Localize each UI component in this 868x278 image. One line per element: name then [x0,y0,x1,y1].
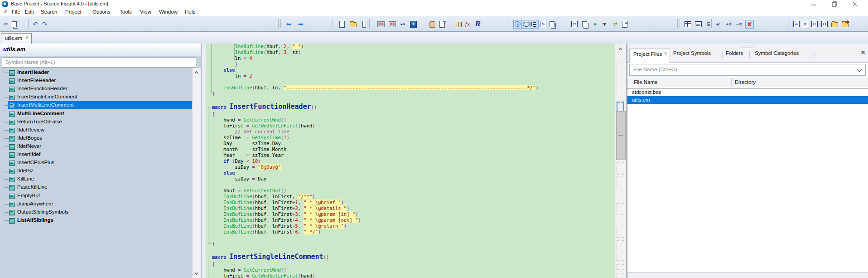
symbol-item-MultiLineComment[interactable]: MultiLineComment [0,110,192,118]
browse-hand-icon[interactable] [429,20,436,28]
symbol-item-KillLine[interactable]: KillLine [0,175,192,183]
column-divider[interactable] [731,78,732,87]
dialog-help-icon[interactable]: !? [571,20,579,28]
code-line: else [212,170,539,176]
folder-new-icon[interactable]: ✱ [841,20,849,28]
menu-options[interactable]: Options [92,9,111,15]
editor-scrollbar[interactable] [615,44,627,278]
profile-p-icon[interactable]: Ⓟ [513,20,522,29]
symbol-item-InsertMultiLineComment[interactable]: InsertMultiLineComment [0,101,192,109]
globe-doc-icon[interactable]: ● [591,20,599,28]
sync-left-icon[interactable]: ◄► [377,20,385,28]
menu-window[interactable]: Window [159,9,178,15]
tab-utils-em[interactable]: utils.em ✕ [1,33,32,44]
delete-x-icon[interactable]: ✘ [745,20,754,29]
symbol-item-JumpAnywhere[interactable]: JumpAnywhere [0,200,192,208]
chevron-down-icon[interactable] [857,67,862,72]
tab-project-symbols[interactable]: Project Symbols [673,50,711,56]
add-lines-icon[interactable]: +≡ [725,20,733,28]
symbol-s-icon[interactable]: S [540,20,547,28]
symbol-item-InsertCPlusPlus[interactable]: InsertCPlusPlus [0,159,192,167]
compare-doc-icon[interactable]: ≋ [621,20,628,28]
hawk-icon[interactable]: ➤ [599,19,610,29]
context-help-icon[interactable]: ? [438,20,446,28]
style-a-icon[interactable]: A [793,20,800,28]
symbol-item-ReturnTrueOrFalse[interactable]: ReturnTrueOrFalse [0,118,192,126]
symbol-item-IfdefSz[interactable]: IfdefSz [0,167,192,175]
folder-small-icon[interactable] [831,20,839,28]
menu-view[interactable]: View [140,9,151,15]
relation-r-icon[interactable]: R [473,20,481,28]
symbol-item-InsertFileHeader[interactable]: InsertFileHeader [0,77,192,85]
play-macro-icon[interactable]: ▸≡ [399,20,407,28]
restore-button[interactable] [829,0,839,8]
code-line: InsBufLine(hbuf, 2, " ") [212,44,539,49]
symbol-item-InsertFunctionHeader[interactable]: InsertFunctionHeader [0,85,192,93]
outline-view-icon[interactable]: Ε [705,20,713,28]
symbol-label: OutputSiblingSymbols [17,209,68,215]
grid-view-icon[interactable] [684,20,692,28]
menu-search[interactable]: Search [41,9,57,15]
menu-project[interactable]: Project [65,9,82,15]
menu-tools[interactable]: Tools [120,9,132,15]
symbol-item-InsertIfdef[interactable]: InsertIfdef [0,151,192,159]
style-c-icon[interactable]: C [811,20,819,28]
scrollbar-thumb[interactable] [616,111,626,160]
paste-icon[interactable] [20,20,28,28]
tab-folders[interactable]: Folders [726,50,743,56]
style-d-icon[interactable]: D [821,20,829,28]
sync-right-icon[interactable]: ◄► [388,20,396,28]
symbol-item-EmptyBuf[interactable]: EmptyBuf [0,192,192,200]
symbol-item-PasteKillLine[interactable]: PasteKillLine [0,183,192,191]
close-button[interactable] [850,0,860,8]
menu-edit[interactable]: Edit [25,9,34,15]
tab-project-files[interactable]: Project Files ✕ [629,49,670,63]
minimize-button[interactable] [809,0,819,8]
file-search-input[interactable]: File Name (Ctrl+O) [629,64,866,76]
panel-grip[interactable] [740,45,754,48]
code-editor[interactable]: InsBufLine(hbuf, 2, " ") InsBufLine(hbuf… [206,44,615,278]
column-file-name[interactable]: File Name [634,79,657,85]
new-file-icon[interactable]: + [338,20,346,28]
style-b-icon[interactable]: B [801,20,809,28]
tab-close-icon[interactable]: ✕ [25,35,29,40]
symbol-item-InsertSingleLineComment[interactable]: InsertSingleLineComment [0,93,192,101]
cut-icon[interactable]: ✂ [2,20,10,28]
window-pair-icon[interactable] [549,20,556,28]
copy-icon[interactable] [11,20,19,28]
file-row-utils.em[interactable]: utils.em [627,96,868,104]
cascade-windows-icon[interactable] [581,20,589,28]
save-file-icon[interactable] [360,20,368,28]
symbol-list-scrollbar[interactable] [192,68,201,278]
symbol-item-IfdefReview[interactable]: IfdefReview [0,126,192,134]
menu-file[interactable]: File [12,9,20,15]
column-directory[interactable]: Directory [735,79,756,85]
go-forward-icon[interactable]: ➡ [297,20,304,28]
call-tree-icon[interactable] [530,20,539,29]
symbol-search-input[interactable]: Symbol Name (Alt+L) [2,57,196,68]
tab-symbol-categories[interactable]: Symbol Categories [755,50,799,56]
open-file-icon[interactable] [349,20,357,28]
symbol-item-OutputSiblingSymbols[interactable]: OutputSiblingSymbols [0,208,192,216]
symbol-item-ListAllSiblings[interactable]: ListAllSiblings [0,216,192,224]
remove-lines-icon[interactable]: −≡ [735,20,743,28]
add-slash-icon[interactable]: +⁄ [714,20,722,28]
favorites-icon[interactable]: ★ [410,20,417,28]
tab-close-icon[interactable]: ✕ [664,51,667,56]
swap-arrows-icon[interactable]: ⇄ [612,20,619,28]
panel-close-icon[interactable]: ✕ [861,49,865,56]
symbol-item-IfdefNever[interactable]: IfdefNever [0,142,192,151]
go-back-icon[interactable]: ⬅ [285,20,293,28]
function-up-icon[interactable]: ƒx [463,20,471,28]
references-book-icon[interactable] [454,20,462,28]
code-line: hwnd = GetCurrentWnd() [212,117,539,123]
symbol-item-IfdefBogus[interactable]: IfdefBogus [0,134,192,142]
list-view-icon[interactable] [694,20,702,28]
lasso-select-icon[interactable] [522,20,530,29]
file-row-stdconst.bas[interactable]: stdconst.bas [627,88,868,96]
menu-help[interactable]: Help [185,9,196,15]
undo-icon[interactable]: ↶ [32,20,39,28]
symbol-item-InsertHeader[interactable]: InsertHeader [0,68,192,77]
redo-icon[interactable]: ↷ [41,20,48,28]
symbol-label: InsertIfdef [17,151,40,157]
